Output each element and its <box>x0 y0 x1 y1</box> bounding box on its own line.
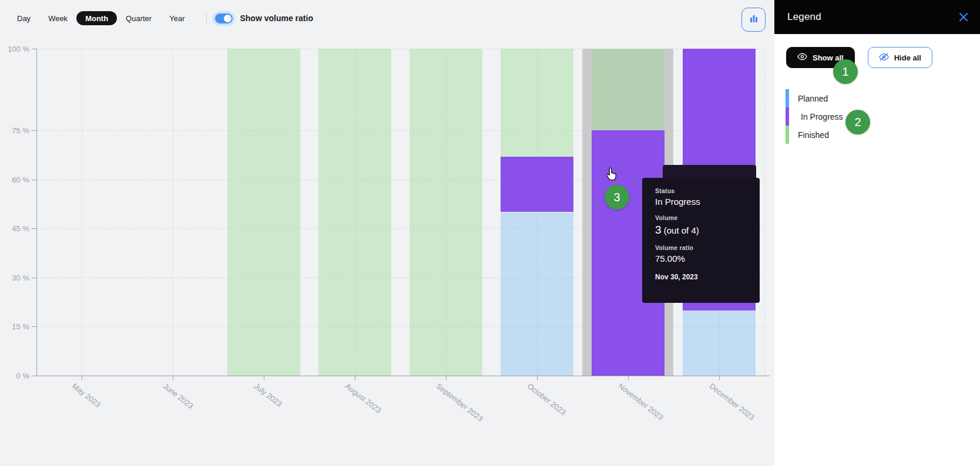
bar-segment-finished[interactable] <box>227 49 300 376</box>
legend-item-label: Planned <box>798 94 828 103</box>
y-axis-tick <box>32 376 36 376</box>
bar-segment-in-progress[interactable] <box>501 157 573 212</box>
eye-off-icon <box>879 53 889 63</box>
y-axis-tick <box>32 130 36 131</box>
legend-panel: Legend Show all Hide all PlannedIn Progr… <box>774 0 980 466</box>
hover-tooltip: Status In Progress Volume 3 (out of 4) V… <box>642 178 760 303</box>
tab-day[interactable]: Day <box>8 11 39 25</box>
legend-item-in-progress[interactable]: In Progress <box>786 107 962 126</box>
y-axis-label: 45 % <box>0 224 29 233</box>
tooltip-date: Nov 30, 2023 <box>655 273 760 281</box>
tooltip-volume-label: Volume <box>655 214 760 221</box>
x-axis-label: August 2023 <box>344 381 383 415</box>
y-axis-tick <box>32 228 36 229</box>
app-window: DayWeekMonthQuarterYear Show volume rati… <box>0 0 980 466</box>
annotation-badge-1: 1 <box>833 59 858 84</box>
hide-all-button[interactable]: Hide all <box>868 47 932 68</box>
bar-segment-finished[interactable] <box>410 49 482 376</box>
bar-segment-finished[interactable] <box>592 49 664 130</box>
legend-item-label: In Progress <box>798 112 843 121</box>
eye-icon <box>797 53 807 62</box>
x-axis-label: October 2023 <box>526 381 568 417</box>
chart-type-button[interactable] <box>741 8 766 32</box>
legend-swatch <box>786 89 789 107</box>
x-axis-tick <box>446 376 447 380</box>
y-axis-tick <box>32 278 36 278</box>
bar-segment-planned[interactable] <box>683 310 756 376</box>
hide-all-label: Hide all <box>894 53 921 62</box>
volume-ratio-toggle[interactable] <box>215 13 233 23</box>
x-axis-label: July 2023 <box>253 381 284 408</box>
tooltip-status-value: In Progress <box>655 197 760 207</box>
toolbar-divider <box>206 12 207 25</box>
mouse-cursor-icon <box>604 167 618 185</box>
tab-week[interactable]: Week <box>39 11 76 25</box>
tooltip-ratio-label: Volume ratio <box>655 244 760 251</box>
tab-year[interactable]: Year <box>160 11 193 25</box>
legend-panel-title: Legend <box>787 11 821 23</box>
bar-segment-finished[interactable] <box>318 49 391 376</box>
tab-month[interactable]: Month <box>76 11 117 25</box>
period-tab-group: DayWeekMonthQuarterYear <box>8 11 193 25</box>
x-axis-tick <box>173 376 173 380</box>
x-axis-label: September 2023 <box>435 381 485 423</box>
x-axis-line <box>36 376 770 376</box>
legend-swatch <box>786 126 789 144</box>
bar-segment-finished[interactable] <box>501 49 573 157</box>
x-axis-label: December 2023 <box>707 381 756 422</box>
close-icon[interactable] <box>959 12 968 22</box>
toggle-knob <box>224 15 231 22</box>
legend-item-finished[interactable]: Finished <box>786 126 962 144</box>
legend-swatch <box>786 107 789 126</box>
tooltip-status-label: Status <box>655 187 760 194</box>
bar-chart-icon <box>749 13 759 26</box>
y-axis-tick <box>32 326 36 327</box>
y-axis-label: 0 % <box>0 372 29 380</box>
x-axis-label: June 2023 <box>162 381 195 410</box>
y-axis-label: 75 % <box>0 126 29 135</box>
y-axis-label: 15 % <box>0 322 29 331</box>
volume-ratio-toggle-label: Show volume ratio <box>240 13 313 23</box>
tooltip-ratio-value: 75.00% <box>655 254 760 264</box>
x-axis-tick <box>264 376 264 380</box>
bar-segment-planned[interactable] <box>501 212 573 376</box>
x-gridline <box>82 49 82 376</box>
legend-item-planned[interactable]: Planned <box>786 89 962 107</box>
x-axis-label: May 2023 <box>71 381 102 409</box>
legend-item-label: Finished <box>798 130 829 140</box>
y-axis-label: 100 % <box>0 45 29 53</box>
period-tabs: DayWeekMonthQuarterYear Show volume rati… <box>8 4 313 32</box>
tab-quarter[interactable]: Quarter <box>117 11 160 25</box>
x-axis-tick <box>537 376 538 380</box>
y-axis-line <box>36 49 37 376</box>
x-axis-tick <box>719 376 720 380</box>
y-axis-tick <box>32 180 36 180</box>
x-axis-tick <box>82 376 82 380</box>
y-axis-label: 60 % <box>0 175 29 184</box>
annotation-badge-3: 3 <box>605 185 629 210</box>
x-axis-tick <box>355 376 355 380</box>
x-gridline-right-edge <box>764 49 765 376</box>
y-axis-label: 30 % <box>0 273 29 282</box>
x-axis-tick <box>628 376 629 380</box>
x-axis-label: November 2023 <box>616 381 664 422</box>
legend-panel-header: Legend <box>774 0 980 34</box>
tooltip-volume-value: 3 (out of 4) <box>655 224 760 237</box>
annotation-badge-2: 2 <box>845 110 870 134</box>
legend-item-list: PlannedIn ProgressFinished <box>786 89 962 144</box>
y-axis-tick <box>32 49 36 49</box>
x-gridline <box>173 49 173 376</box>
